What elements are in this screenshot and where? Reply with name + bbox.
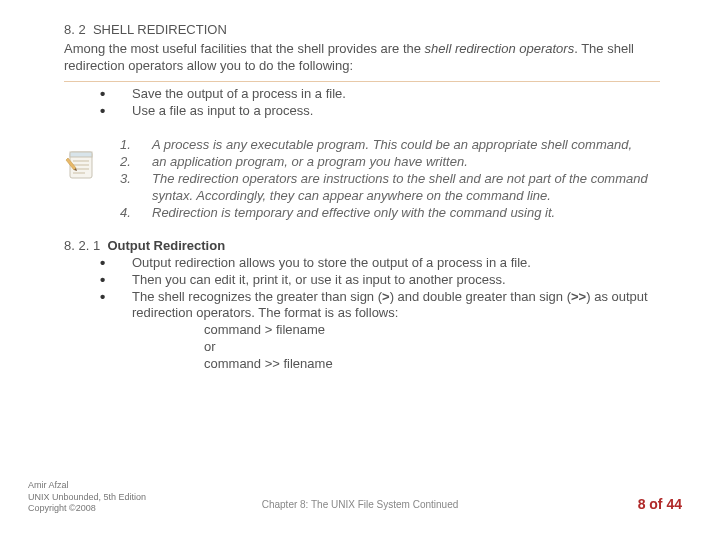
list-item: 4. Redirection is temporary and effectiv… xyxy=(120,205,664,222)
intro-paragraph: Among the most useful facilities that th… xyxy=(64,41,664,75)
note-number: 3. xyxy=(120,171,152,205)
main-content: 8. 2 SHELL REDIRECTION Among the most us… xyxy=(64,22,664,373)
b3-mid: ) and double greater than sign ( xyxy=(390,289,571,304)
subsection-number: 8. 2. 1 xyxy=(64,238,100,253)
author: Amir Afzal xyxy=(28,480,146,491)
greater-than-symbol: > xyxy=(382,289,390,304)
note-number: 4. xyxy=(120,205,152,222)
page-of: of xyxy=(645,496,666,512)
page-number: 8 of 44 xyxy=(638,496,682,512)
bullet-dot-icon: • xyxy=(100,86,132,103)
notepad-icon xyxy=(64,148,98,182)
svg-rect-1 xyxy=(70,152,92,157)
intro-term: shell redirection operators xyxy=(425,41,575,56)
bullet-dot-icon: • xyxy=(100,255,132,272)
note-text: The redirection operators are instructio… xyxy=(152,171,664,205)
subsection-bullets: • Output redirection allows you to store… xyxy=(100,255,664,373)
section-heading: 8. 2 SHELL REDIRECTION xyxy=(64,22,664,39)
command-examples: command > filename or command >> filenam… xyxy=(204,322,664,373)
footer-chapter: Chapter 8: The UNIX File System Continue… xyxy=(0,499,720,510)
list-item: • Use a file as input to a process. xyxy=(100,103,664,120)
note-number: 2. xyxy=(120,154,152,171)
list-item: 1. A process is any executable program. … xyxy=(120,137,664,154)
note-text: A process is any executable program. Thi… xyxy=(152,137,664,154)
note-text: Redirection is temporary and effective o… xyxy=(152,205,664,222)
bullet-dot-icon: • xyxy=(100,289,132,373)
subsection-title: Output Redirection xyxy=(107,238,225,253)
list-item: • The shell recognizes the greater than … xyxy=(100,289,664,373)
bullet-text: The shell recognizes the greater than si… xyxy=(132,289,664,373)
bullet-dot-icon: • xyxy=(100,103,132,120)
note-text: an application program, or a program you… xyxy=(152,154,664,171)
bullet-text: Output redirection allows you to store t… xyxy=(132,255,664,272)
slide-page: 8. 2 SHELL REDIRECTION Among the most us… xyxy=(0,0,720,540)
bullet-text: Then you can edit it, print it, or use i… xyxy=(132,272,664,289)
section-title: SHELL REDIRECTION xyxy=(93,22,227,37)
list-item: • Output redirection allows you to store… xyxy=(100,255,664,272)
bullet-text: Use a file as input to a process. xyxy=(132,103,664,120)
page-total: 44 xyxy=(666,496,682,512)
list-item: 2. an application program, or a program … xyxy=(120,154,664,171)
list-item: • Save the output of a process in a file… xyxy=(100,86,664,103)
bullet-dot-icon: • xyxy=(100,272,132,289)
double-greater-than-symbol: >> xyxy=(571,289,586,304)
list-item: 3. The redirection operators are instruc… xyxy=(120,171,664,205)
command-line: command > filename xyxy=(204,322,664,339)
command-or: or xyxy=(204,339,664,356)
divider xyxy=(64,81,660,82)
list-item: • Then you can edit it, print it, or use… xyxy=(100,272,664,289)
section-number: 8. 2 xyxy=(64,22,86,37)
bullet-list: • Save the output of a process in a file… xyxy=(100,86,664,120)
subsection-heading: 8. 2. 1 Output Redirection xyxy=(64,238,664,255)
note-number: 1. xyxy=(120,137,152,154)
b3-pre: The shell recognizes the greater than si… xyxy=(132,289,382,304)
intro-pre: Among the most useful facilities that th… xyxy=(64,41,425,56)
numbered-notes: 1. A process is any executable program. … xyxy=(120,137,664,221)
bullet-text: Save the output of a process in a file. xyxy=(132,86,664,103)
subsection: 8. 2. 1 Output Redirection • Output redi… xyxy=(64,238,664,373)
command-line: command >> filename xyxy=(204,356,664,373)
